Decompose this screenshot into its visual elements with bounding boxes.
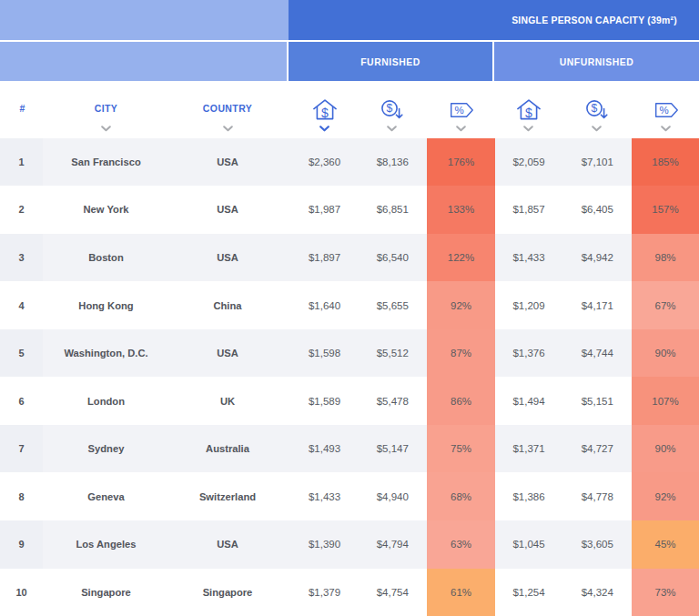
svg-text:$: $ <box>387 102 393 115</box>
svg-text:$: $ <box>321 105 329 119</box>
svg-text:%: % <box>660 105 669 116</box>
svg-text:$: $ <box>591 102 597 115</box>
svg-text:%: % <box>454 105 463 116</box>
svg-text:$: $ <box>525 105 532 119</box>
